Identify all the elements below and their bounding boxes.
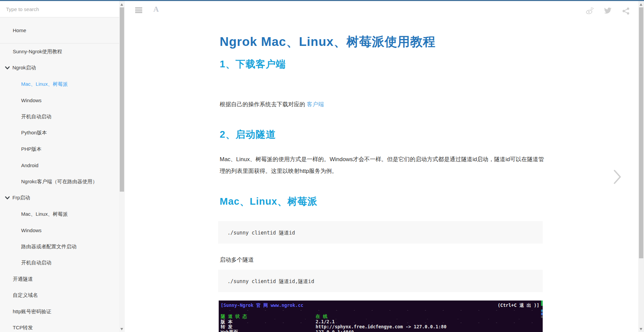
heading-mac-linux-pi: Mac、Linux、树莓派 bbox=[220, 195, 318, 208]
sidebar-item-label: Home bbox=[13, 27, 26, 33]
terminal-edge-fragment bbox=[541, 310, 543, 312]
sidebar-item-home[interactable]: Home bbox=[0, 17, 119, 44]
heading-download-client: 1、下载客户端 bbox=[220, 58, 286, 71]
toggle-sidebar-button[interactable] bbox=[135, 7, 142, 13]
page-title: Ngrok Mac、Linux、树莓派使用教程 bbox=[220, 34, 436, 50]
hamburger-icon bbox=[135, 7, 142, 8]
weibo-share-button[interactable] bbox=[585, 7, 594, 15]
scroll-down-arrow-icon[interactable] bbox=[640, 328, 642, 330]
sidebar-item-open-tunnel[interactable]: 开通隧道 bbox=[0, 271, 119, 287]
sidebar-item-http-auth[interactable]: http账号密码验证 bbox=[0, 304, 119, 320]
sidebar-item-ngrok-php[interactable]: PHP版本 bbox=[0, 141, 119, 157]
code-block-multi-tunnel: ./sunny clientid 隧道id,隧道id bbox=[218, 270, 543, 292]
sidebar-search bbox=[0, 1, 119, 17]
search-input[interactable] bbox=[0, 1, 119, 17]
scroll-up-arrow-icon[interactable] bbox=[120, 3, 123, 6]
client-download-link[interactable]: 客户端 bbox=[307, 101, 324, 108]
sidebar-item-tcp-forward[interactable]: TCP转发 bbox=[0, 320, 119, 332]
sidebar-item-ngrok-windows[interactable]: Windows bbox=[0, 92, 119, 109]
terminal-title: [Sunny-Ngrok 官 网 www.ngrok.cc bbox=[221, 303, 303, 309]
sidebar-item-ngrok-autostart[interactable]: 开机自动启动 bbox=[0, 109, 119, 125]
page-scrollbar-thumb[interactable] bbox=[639, 7, 643, 258]
share-icon bbox=[622, 7, 630, 15]
weibo-icon bbox=[585, 7, 594, 15]
paragraph-tunnel-intro: Mac、Linux、树莓派的使用方式是一样的。Windows才会不一样。但是它们… bbox=[220, 153, 548, 177]
paragraph-download: 根据自己的操作系统去下载对应的 客户端 bbox=[220, 98, 324, 110]
terminal-screenshot: [Sunny-Ngrok 官 网 www.ngrok.cc (Ctrl+C 退 … bbox=[219, 301, 543, 332]
twitter-share-button[interactable] bbox=[604, 7, 612, 14]
terminal-edge-fragment bbox=[541, 313, 543, 315]
code-block-single-tunnel: ./sunny clientid 隧道id bbox=[218, 221, 543, 244]
terminal-exit-hint: (Ctrl+C 退 出 )] bbox=[497, 303, 539, 309]
scroll-down-arrow-icon[interactable] bbox=[120, 328, 123, 330]
twitter-icon bbox=[604, 7, 612, 14]
sidebar-item-ngrok-python[interactable]: Python版本 bbox=[0, 125, 119, 141]
next-page-button[interactable] bbox=[613, 170, 622, 184]
sidebar-item-ngrokc-client[interactable]: Ngrokc客户端（可在路由器使用） bbox=[0, 174, 119, 190]
sidebar-scrollbar[interactable] bbox=[119, 1, 125, 332]
terminal-row-webui: Web界面 127.0.0.1:4040 bbox=[221, 329, 541, 332]
sidebar-item-frp-windows[interactable]: Windows bbox=[0, 222, 119, 239]
sidebar-nav: Sunny-Ngrok使用教程 Ngrok启动 Mac、Linux、树莓派 Wi… bbox=[0, 44, 119, 332]
paragraph-multi-tunnel: 启动多个隧道 bbox=[220, 254, 254, 266]
sidebar-scrollbar-thumb[interactable] bbox=[120, 7, 124, 192]
sidebar: Home Sunny-Ngrok使用教程 Ngrok启动 Mac、Linux、树… bbox=[0, 1, 119, 332]
heading-start-tunnel: 2、启动隧道 bbox=[220, 128, 276, 141]
sidebar-item-custom-domain[interactable]: 自定义域名 bbox=[0, 287, 119, 304]
font-size-button[interactable]: A bbox=[153, 5, 159, 14]
sidebar-item-frp-mac[interactable]: Mac、Linux、树莓派 bbox=[0, 206, 119, 222]
terminal-edge-fragment bbox=[541, 301, 543, 306]
sidebar-group-ngrok[interactable]: Ngrok启动 bbox=[0, 60, 119, 76]
sidebar-item-ngrok-android[interactable]: Android bbox=[0, 157, 119, 174]
docs-page: Home Sunny-Ngrok使用教程 Ngrok启动 Mac、Linux、树… bbox=[0, 0, 644, 332]
sidebar-group-frp[interactable]: Frp启动 bbox=[0, 190, 119, 206]
sidebar-item-frp-autostart[interactable]: 开机自动启动 bbox=[0, 255, 119, 271]
font-size-icon: A bbox=[153, 5, 159, 13]
terminal-titlebar: [Sunny-Ngrok 官 网 www.ngrok.cc (Ctrl+C 退 … bbox=[221, 303, 539, 309]
page-scrollbar[interactable] bbox=[638, 1, 644, 332]
scroll-up-arrow-icon[interactable] bbox=[640, 3, 642, 6]
chevron-down-icon bbox=[5, 66, 10, 70]
chevron-right-icon bbox=[613, 170, 622, 184]
top-accent-bar bbox=[0, 0, 644, 1]
terminal-edge-fragment bbox=[541, 316, 543, 318]
sidebar-item-ngrok-mac[interactable]: Mac、Linux、树莓派 bbox=[0, 76, 119, 92]
chevron-down-icon bbox=[5, 196, 10, 200]
share-button[interactable] bbox=[622, 7, 630, 15]
sidebar-item-sunny-ngrok[interactable]: Sunny-Ngrok使用教程 bbox=[0, 44, 119, 60]
sidebar-item-frp-router-config[interactable]: 路由器或者配置文件启动 bbox=[0, 239, 119, 255]
